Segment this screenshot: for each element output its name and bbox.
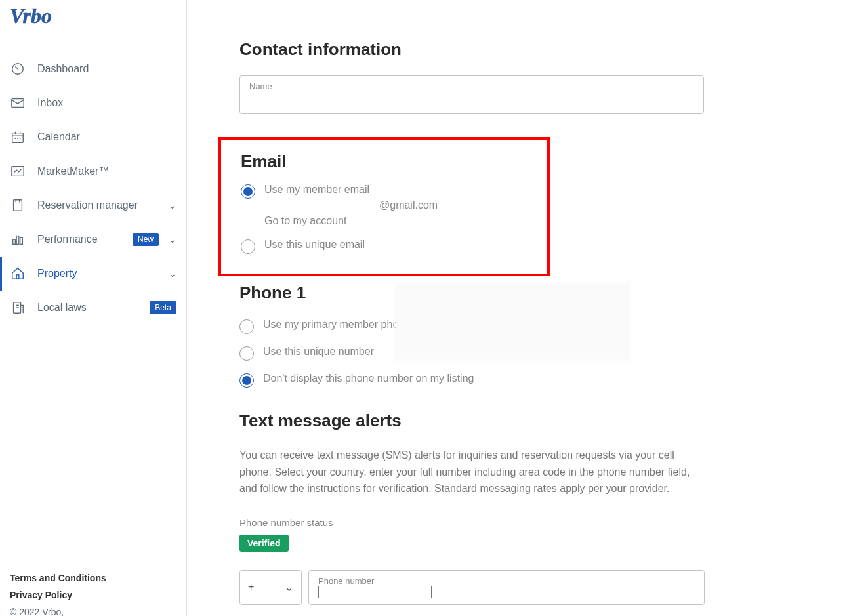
radio-label: Don't display this phone number on my li…	[263, 373, 474, 384]
calendar-icon	[10, 129, 26, 145]
email-heading: Email	[241, 152, 527, 172]
radio-unselected-icon[interactable]	[239, 346, 254, 361]
svg-point-9	[20, 138, 20, 138]
phone-number-field-wrap[interactable]: Phone number	[308, 570, 705, 605]
email-highlight-box: Email Use my member email @gmail.com Go …	[218, 137, 550, 276]
email-radio-group: Use my member email @gmail.com Go to my …	[241, 184, 527, 254]
svg-point-7	[15, 138, 16, 138]
svg-rect-17	[16, 275, 19, 279]
radio-label: Use this unique email	[264, 239, 365, 251]
new-badge: New	[133, 233, 159, 246]
beta-badge: Beta	[150, 301, 176, 314]
radio-label: Use my primary member phon	[263, 319, 404, 331]
nav-label: Local laws	[37, 302, 144, 314]
sidebar-item-property[interactable]: Property ⌄	[0, 257, 186, 291]
radio-unselected-icon[interactable]	[239, 319, 254, 334]
chevron-down-icon: ⌄	[169, 234, 176, 245]
privacy-link[interactable]: Privacy Policy	[10, 590, 176, 600]
nav-label: MarketMaker™	[37, 165, 176, 177]
svg-point-8	[18, 138, 18, 138]
alerts-description: You can receive text message (SMS) alert…	[239, 447, 705, 497]
sidebar-item-reservation[interactable]: Reservation manager ⌄	[0, 188, 186, 222]
sidebar-footer: Terms and Conditions Privacy Policy © 20…	[0, 560, 186, 616]
svg-rect-2	[12, 99, 24, 108]
nav-list: Dashboard Inbox Calendar MarketMaker™	[0, 52, 186, 560]
nav-label: Calendar	[37, 131, 176, 143]
svg-rect-11	[14, 200, 22, 211]
property-icon	[10, 266, 26, 281]
phone-label: Phone number	[318, 576, 695, 586]
phone-input-row: + ⌄ Phone number	[239, 570, 816, 605]
nav-label: Inbox	[37, 97, 176, 109]
nav-label: Performance	[37, 234, 127, 245]
name-field-wrap[interactable]: Name	[239, 75, 704, 114]
market-icon	[10, 163, 26, 179]
chevron-down-icon: ⌄	[285, 581, 293, 594]
svg-rect-16	[20, 237, 23, 244]
chevron-down-icon: ⌄	[169, 268, 176, 279]
radio-label: Use this unique number	[263, 346, 374, 358]
phone-option-hide[interactable]: Don't display this phone number on my li…	[239, 373, 816, 388]
sidebar-item-marketmaker[interactable]: MarketMaker™	[0, 154, 186, 188]
laws-icon	[10, 300, 26, 316]
svg-text:Vrbo: Vrbo	[10, 4, 52, 28]
dashboard-icon	[10, 61, 26, 77]
radio-selected-icon[interactable]	[239, 373, 254, 388]
phone-number-input[interactable]	[318, 586, 432, 598]
terms-link[interactable]: Terms and Conditions	[10, 573, 176, 583]
radio-unselected-icon[interactable]	[241, 239, 255, 254]
email-suffix: @gmail.com	[264, 199, 438, 211]
country-code-select[interactable]: + ⌄	[239, 570, 302, 605]
verified-badge: Verified	[239, 535, 289, 552]
radio-label: Use my member email	[264, 184, 438, 195]
sidebar-item-local-laws[interactable]: Local laws Beta	[0, 291, 186, 325]
nav-label: Reservation manager	[37, 199, 159, 211]
country-prefix: +	[248, 581, 254, 593]
contact-heading: Contact information	[239, 39, 816, 60]
main-content: Contact information Name Email Use my me…	[187, 0, 868, 616]
text-alerts-section: Text message alerts You can receive text…	[239, 411, 816, 605]
contact-section: Contact information Name	[239, 39, 816, 114]
phone-status-label: Phone number status	[239, 517, 816, 528]
phone-section: Phone 1 Use my primary member phon Use t…	[239, 283, 816, 388]
brand-logo[interactable]: Vrbo	[0, 3, 186, 52]
name-input[interactable]	[249, 91, 694, 108]
reservation-icon	[10, 197, 26, 213]
email-option-unique[interactable]: Use this unique email	[241, 239, 527, 254]
chevron-down-icon: ⌄	[169, 200, 176, 211]
radio-selected-icon[interactable]	[241, 184, 255, 199]
name-label: Name	[249, 81, 694, 91]
sidebar-item-calendar[interactable]: Calendar	[0, 120, 186, 154]
obscured-region	[394, 283, 630, 361]
alerts-heading: Text message alerts	[239, 411, 816, 431]
nav-label: Dashboard	[37, 63, 176, 75]
email-option-member[interactable]: Use my member email @gmail.com Go to my …	[241, 184, 527, 227]
sidebar-item-dashboard[interactable]: Dashboard	[0, 52, 186, 86]
svg-rect-14	[13, 239, 16, 244]
inbox-icon	[10, 95, 26, 111]
sidebar-item-inbox[interactable]: Inbox	[0, 86, 186, 120]
nav-label: Property	[37, 268, 159, 279]
account-link[interactable]: Go to my account	[264, 215, 438, 227]
performance-icon	[10, 232, 26, 247]
copyright-text: © 2022 Vrbo,	[10, 607, 176, 616]
sidebar-item-performance[interactable]: Performance New ⌄	[0, 222, 186, 257]
svg-rect-15	[16, 236, 19, 245]
sidebar: Vrbo Dashboard Inbox Calendar	[0, 0, 187, 616]
